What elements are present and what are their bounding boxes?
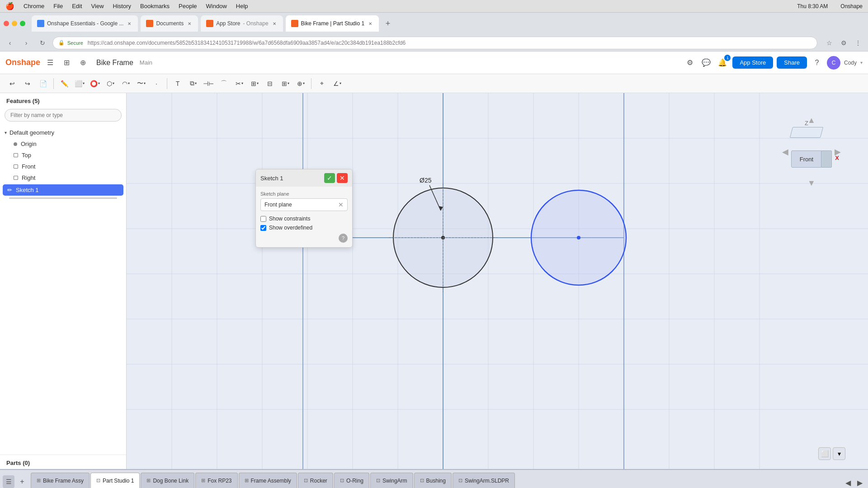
project-tool[interactable]: ⊕▾ xyxy=(294,77,307,90)
filter-input[interactable] xyxy=(5,109,122,122)
comment-icon[interactable]: 💬 xyxy=(700,56,712,69)
feature-item-sketch1[interactable]: ✏ Sketch 1 xyxy=(3,184,123,196)
file-menu[interactable]: File xyxy=(53,3,63,9)
history-menu[interactable]: History xyxy=(113,3,131,9)
canvas-area[interactable]: Sketch 1 ✓ ✕ Sketch plane Front plane ✕ … xyxy=(127,93,868,469)
refresh-button[interactable]: ↻ xyxy=(36,37,49,49)
new-tab-button[interactable]: + xyxy=(382,17,394,30)
sketch-plane-clear-icon[interactable]: ✕ xyxy=(338,201,344,208)
forward-button[interactable]: › xyxy=(20,37,33,49)
view-up-arrow[interactable]: ▲ xyxy=(807,116,816,125)
view-down-arrow[interactable]: ▼ xyxy=(807,178,816,188)
cube-face-top[interactable] xyxy=(790,127,823,138)
sketch-cancel-button[interactable]: ✕ xyxy=(337,173,348,183)
rectangle-tool[interactable]: ⬜▾ xyxy=(73,77,86,90)
add-tab-button[interactable]: + xyxy=(16,475,28,488)
btab-swingarm[interactable]: ⊡ SwingArm xyxy=(370,473,413,488)
btab-rocker[interactable]: ⊡ Rocker xyxy=(298,473,333,488)
hamburger-menu-button[interactable]: ☰ xyxy=(44,56,57,69)
pattern-tool[interactable]: ⊞▾ xyxy=(278,77,292,90)
circle-tool[interactable]: ⭕▾ xyxy=(88,77,102,90)
view-display-button[interactable]: ▾ xyxy=(833,447,845,460)
tab-bikeframe-close[interactable]: ✕ xyxy=(367,20,373,27)
apple-icon[interactable]: 🍎 xyxy=(5,2,14,10)
dimension-tool[interactable]: ⊣⊢ xyxy=(202,77,215,90)
tab-bikeframe[interactable]: Bike Frame | Part Studio 1 ✕ xyxy=(286,15,379,32)
sketch-canvas[interactable]: Ø25 xyxy=(127,93,868,469)
tab-appstore-close[interactable]: ✕ xyxy=(271,20,278,27)
feature-item-front[interactable]: Front xyxy=(0,161,126,172)
redo-button[interactable]: ↪ xyxy=(21,77,34,90)
more-constraints[interactable]: ∠▾ xyxy=(330,77,344,90)
cube-face-front[interactable]: Front xyxy=(791,150,822,168)
feature-item-origin[interactable]: Origin xyxy=(0,138,126,150)
view-cube[interactable]: Front Z X xyxy=(791,127,832,168)
btab-swingarm-sldpr[interactable]: ⊡ SwingArm.SLDPR xyxy=(453,473,515,488)
people-menu[interactable]: People xyxy=(179,3,197,9)
default-geometry-group[interactable]: ▾ Default geometry xyxy=(0,127,126,138)
bookmark-button[interactable]: ☆ xyxy=(823,37,835,49)
btab-partstudio1[interactable]: ⊡ Part Studio 1 xyxy=(90,473,140,488)
polygon-tool[interactable]: ⬡▾ xyxy=(104,77,117,90)
offset-tool[interactable]: ⧉▾ xyxy=(186,77,200,90)
add-button[interactable]: ⊕ xyxy=(76,56,89,69)
document-icon[interactable]: 📄 xyxy=(36,77,50,90)
app-store-button[interactable]: App Store xyxy=(732,56,773,69)
help-menu[interactable]: Help xyxy=(236,3,248,9)
tab-appstore[interactable]: App Store - Onshape ✕ xyxy=(201,15,283,32)
show-overdefined-checkbox[interactable] xyxy=(260,225,266,231)
pen-tool[interactable]: ✏️ xyxy=(57,77,71,90)
btab-dogbonelink[interactable]: ⊞ Dog Bone Link xyxy=(141,473,194,488)
tab-scroll-right-button[interactable]: ▶ xyxy=(854,477,865,488)
maximize-window-button[interactable] xyxy=(20,21,25,26)
sketch-ok-button[interactable]: ✓ xyxy=(324,173,335,183)
point-tool[interactable]: · xyxy=(150,77,163,90)
arc-tool[interactable]: ◠▾ xyxy=(119,77,132,90)
tab-documents[interactable]: Documents ✕ xyxy=(141,15,198,32)
view-menu[interactable]: View xyxy=(91,3,104,9)
tab-scroll-left-button[interactable]: ◀ xyxy=(843,477,854,488)
bookmarks-menu[interactable]: Bookmarks xyxy=(140,3,170,9)
window-menu[interactable]: Window xyxy=(206,3,227,9)
construction-line-tool[interactable]: ⊟ xyxy=(263,77,277,90)
sketch-help-button[interactable]: ? xyxy=(339,234,348,243)
user-name[interactable]: Cody xyxy=(844,60,857,66)
url-bar[interactable]: 🔒 Secure https://cad.onshape.com/documen… xyxy=(52,37,817,49)
extension-button[interactable]: ⚙ xyxy=(837,37,850,49)
browser-menu-button[interactable]: ⋮ xyxy=(852,37,864,49)
transform-tool[interactable]: ⊞▾ xyxy=(248,77,261,90)
btab-foxrp23[interactable]: ⊞ Fox RP23 xyxy=(195,473,237,488)
btab-bushing[interactable]: ⊡ Bushing xyxy=(414,473,452,488)
user-dropdown-icon[interactable]: ▾ xyxy=(860,60,863,65)
text-tool[interactable]: T xyxy=(171,77,184,90)
btab-frameassembly[interactable]: ⊞ Frame Assembly xyxy=(239,473,297,488)
edit-menu[interactable]: Edit xyxy=(72,3,82,9)
spline-tool[interactable]: 〜▾ xyxy=(134,77,148,90)
feature-item-top[interactable]: Top xyxy=(0,150,126,161)
chrome-menu[interactable]: Chrome xyxy=(24,3,44,9)
feature-item-right[interactable]: Right xyxy=(0,172,126,183)
help-icon[interactable]: ? xyxy=(811,56,823,69)
view-cube-settings-button[interactable]: ⬜ xyxy=(818,447,831,460)
undo-button[interactable]: ↩ xyxy=(5,77,19,90)
fillet-tool[interactable]: ⌒ xyxy=(217,77,231,90)
tab-documents-close[interactable]: ✕ xyxy=(186,20,193,27)
coincident-constraint[interactable]: ⌖ xyxy=(315,77,329,90)
settings-icon[interactable]: ⚙ xyxy=(684,56,696,69)
tab-essentials-close[interactable]: ✕ xyxy=(126,20,132,27)
trim-tool[interactable]: ✂▾ xyxy=(232,77,246,90)
tab-menu-button[interactable]: ☰ xyxy=(3,475,14,488)
close-window-button[interactable] xyxy=(4,21,9,26)
minimize-window-button[interactable] xyxy=(12,21,17,26)
show-constraints-checkbox[interactable] xyxy=(260,216,266,222)
share-button[interactable]: Share xyxy=(777,56,807,69)
view-left-arrow[interactable]: ◀ xyxy=(782,147,788,157)
sketch-plane-field[interactable]: Front plane ✕ xyxy=(260,198,348,211)
btab-bikeframeassy[interactable]: ⊞ Bike Frame Assy xyxy=(31,473,90,488)
cube-face-side[interactable] xyxy=(821,150,832,168)
grid-view-button[interactable]: ⊞ xyxy=(60,56,73,69)
tab-essentials[interactable]: Onshape Essentials - Google ... ✕ xyxy=(32,15,138,32)
back-button[interactable]: ‹ xyxy=(4,37,16,49)
user-avatar[interactable]: C xyxy=(827,56,840,70)
btab-oring[interactable]: ⊡ O-Ring xyxy=(334,473,369,488)
